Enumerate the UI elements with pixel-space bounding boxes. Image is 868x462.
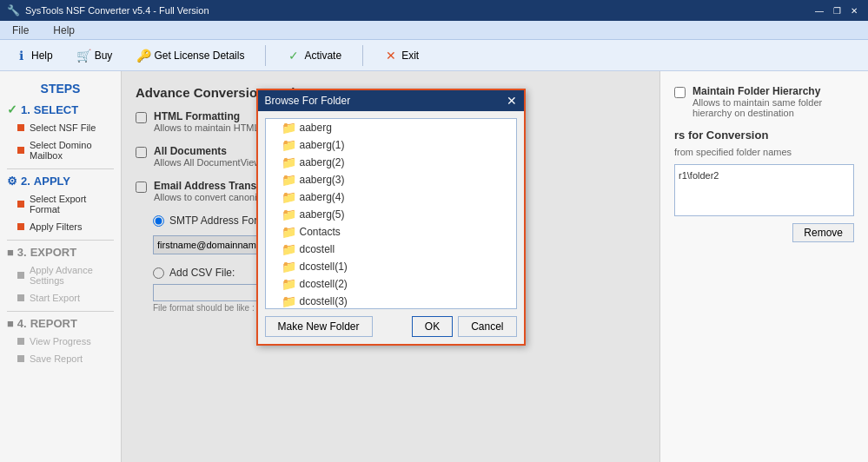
maintain-hierarchy-label: Maintain Folder Hierarchy <box>692 85 854 97</box>
step3-symbol: ■ <box>7 246 14 259</box>
toolbar-help[interactable]: ℹ Help <box>7 46 60 65</box>
dialog-close-button[interactable]: ✕ <box>507 94 517 108</box>
tree-item-aaberg1[interactable]: 📁aaberg(1) <box>266 136 516 154</box>
tree-label: aaberg(3) <box>300 174 345 186</box>
activate-icon: ✓ <box>287 49 301 63</box>
tree-label: aaberg <box>300 122 332 134</box>
sidebar-item-view-progress-label: View Progress <box>30 336 91 346</box>
tree-item-aaberg3[interactable]: 📁aaberg(3) <box>266 171 516 188</box>
tree-item-aaberg[interactable]: 📁aaberg <box>266 119 516 136</box>
title-bar: 🔧 SysTools NSF Converter v5.4 - Full Ver… <box>0 0 868 21</box>
tree-label: aaberg(4) <box>300 191 345 203</box>
dialog-overlay: Browse For Folder ✕ 📁aaberg 📁aaberg(1) 📁… <box>122 71 659 462</box>
tree-label: dcostell(2) <box>300 278 348 290</box>
menu-file[interactable]: File <box>7 23 34 38</box>
tree-label: aaberg(1) <box>300 139 345 151</box>
sidebar-divider-1 <box>7 168 114 169</box>
ok-cancel-group: OK Cancel <box>412 316 517 337</box>
sidebar-step-export: ■ 3. EXPORT <box>7 246 114 259</box>
bullet-icon <box>17 338 24 345</box>
tree-item-dcostell[interactable]: 📁dcostell <box>266 241 516 258</box>
toolbar-license-label: Get License Details <box>154 50 244 62</box>
toolbar-separator <box>265 45 266 66</box>
tree-label: dcostell(1) <box>300 261 348 273</box>
folder-icon: 📁 <box>282 155 296 169</box>
dialog-body: 📁aaberg 📁aaberg(1) 📁aaberg(2) 📁aaberg(3)… <box>258 111 524 344</box>
bullet-icon <box>17 147 24 154</box>
folder-icon: 📁 <box>282 208 296 221</box>
folder-icon: 📁 <box>282 121 296 135</box>
dialog-title-bar: Browse For Folder ✕ <box>258 90 524 111</box>
minimize-button[interactable]: — <box>812 3 826 17</box>
maintain-hierarchy-checkbox[interactable] <box>674 87 686 98</box>
toolbar-license[interactable]: 🔑 Get License Details <box>129 46 251 65</box>
toolbar-exit-label: Exit <box>401 50 419 62</box>
buy-icon: 🛒 <box>77 49 91 63</box>
dialog-title: Browse For Folder <box>265 95 351 107</box>
tree-item-dcostell2[interactable]: 📁dcostell(2) <box>266 275 516 293</box>
sidebar-item-apply-filters[interactable]: Apply Filters <box>7 219 114 234</box>
maintain-hierarchy-desc: Allows to maintain same folder hierarchy… <box>692 97 854 118</box>
step4-number: 4. <box>17 317 27 330</box>
step1-check-icon: ✓ <box>7 102 17 116</box>
right-section-title: rs for Conversion <box>674 129 854 142</box>
remove-button[interactable]: Remove <box>792 223 854 242</box>
toolbar-exit[interactable]: ✕ Exit <box>377 46 426 65</box>
tree-item-aaberg5[interactable]: 📁aaberg(5) <box>266 206 516 223</box>
dialog-buttons: Make New Folder OK Cancel <box>265 316 517 337</box>
sidebar-item-select-domino-label: Select Domino Mailbox <box>30 140 110 161</box>
tree-item-dcostell1[interactable]: 📁dcostell(1) <box>266 258 516 275</box>
sidebar-item-save-report: Save Report <box>7 351 114 366</box>
folder-icon: 📁 <box>282 260 296 274</box>
tree-label: dcostell(3) <box>300 295 348 307</box>
tree-item-aaberg2[interactable]: 📁aaberg(2) <box>266 154 516 171</box>
bullet-icon <box>17 294 24 301</box>
toolbar-separator-2 <box>362 45 363 66</box>
folder-path-item: r1\folder2 <box>679 168 850 182</box>
tree-item-aaberg4[interactable]: 📁aaberg(4) <box>266 188 516 206</box>
sidebar-item-select-nsf[interactable]: Select NSF File <box>7 120 114 135</box>
sidebar-divider-2 <box>7 240 114 241</box>
sidebar-title: STEPS <box>7 82 114 96</box>
make-new-folder-button[interactable]: Make New Folder <box>265 316 373 337</box>
dialog-ok-button[interactable]: OK <box>412 316 453 337</box>
folder-tree[interactable]: 📁aaberg 📁aaberg(1) 📁aaberg(2) 📁aaberg(3)… <box>265 118 517 309</box>
sidebar: STEPS ✓ 1. SELECT Select NSF File Select… <box>0 71 122 462</box>
app-icon: 🔧 <box>7 4 20 16</box>
dialog-cancel-button[interactable]: Cancel <box>458 316 516 337</box>
bullet-icon <box>17 272 24 279</box>
main-layout: STEPS ✓ 1. SELECT Select NSF File Select… <box>0 71 868 462</box>
tree-item-dcostell3[interactable]: 📁dcostell(3) <box>266 293 516 309</box>
sidebar-item-save-report-label: Save Report <box>30 353 83 364</box>
tree-item-contacts[interactable]: 📁Contacts <box>266 223 516 241</box>
bullet-icon <box>17 223 24 230</box>
sidebar-item-apply-filters-label: Apply Filters <box>30 221 83 232</box>
sidebar-item-select-export-format[interactable]: Select Export Format <box>7 191 114 217</box>
bullet-icon <box>17 124 24 131</box>
sidebar-item-select-domino[interactable]: Select Domino Mailbox <box>7 137 114 163</box>
tree-label: dcostell <box>300 243 335 255</box>
step1-number: 1. <box>21 103 30 116</box>
step4-symbol: ■ <box>7 317 14 330</box>
toolbar-buy-label: Buy <box>95 50 113 62</box>
toolbar: ℹ Help 🛒 Buy 🔑 Get License Details ✓ Act… <box>0 40 868 71</box>
browse-folder-dialog: Browse For Folder ✕ 📁aaberg 📁aaberg(1) 📁… <box>256 89 526 346</box>
close-button[interactable]: ✕ <box>847 3 861 17</box>
right-panel-desc: from specified folder names <box>674 147 854 157</box>
sidebar-item-apply-advance: Apply Advance Settings <box>7 262 114 288</box>
sidebar-item-view-progress: View Progress <box>7 333 114 349</box>
main-content: Advance Conversion Options HTML Formatti… <box>122 71 659 462</box>
folder-icon: 📁 <box>282 138 296 152</box>
menu-help[interactable]: Help <box>48 23 80 38</box>
step2-number: 2. <box>21 175 30 188</box>
folder-icon: 📁 <box>282 225 296 239</box>
tree-label: aaberg(5) <box>300 208 345 221</box>
restore-button[interactable]: ❐ <box>830 3 844 17</box>
toolbar-activate[interactable]: ✓ Activate <box>280 46 348 65</box>
folder-icon: 📁 <box>282 294 296 308</box>
folder-icon: 📁 <box>282 173 296 187</box>
folder-icon: 📁 <box>282 277 296 291</box>
step2-symbol: ⚙ <box>7 175 17 188</box>
toolbar-buy[interactable]: 🛒 Buy <box>70 46 120 65</box>
sidebar-step-report: ■ 4. REPORT <box>7 317 114 330</box>
